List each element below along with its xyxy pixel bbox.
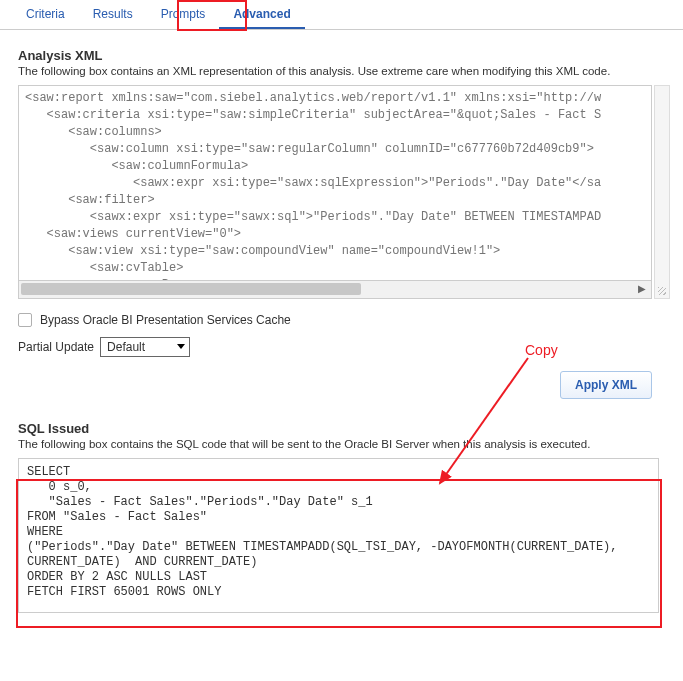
resize-grip[interactable] <box>654 85 670 299</box>
partial-update-label: Partial Update <box>18 340 94 354</box>
analysis-xml-textarea[interactable]: <saw:report xmlns:saw="com.siebel.analyt… <box>18 85 652 281</box>
partial-update-select[interactable]: Default <box>100 337 190 357</box>
sql-issued-desc: The following box contains the SQL code … <box>18 438 665 450</box>
scroll-right-icon[interactable]: ▶ <box>635 282 649 296</box>
tab-prompts[interactable]: Prompts <box>147 0 220 29</box>
annotation-copy-label: Copy <box>525 342 558 358</box>
analysis-xml-title: Analysis XML <box>18 48 665 63</box>
chevron-down-icon <box>177 344 185 349</box>
bypass-cache-checkbox[interactable] <box>18 313 32 327</box>
apply-xml-button[interactable]: Apply XML <box>560 371 652 399</box>
tab-advanced[interactable]: Advanced <box>219 0 304 29</box>
bypass-cache-label: Bypass Oracle BI Presentation Services C… <box>40 313 291 327</box>
sql-issued-title: SQL Issued <box>18 421 665 436</box>
sql-issued-textarea[interactable]: SELECT 0 s_0, "Sales - Fact Sales"."Peri… <box>18 458 659 613</box>
partial-update-value: Default <box>107 340 145 354</box>
tab-criteria[interactable]: Criteria <box>12 0 79 29</box>
tab-results[interactable]: Results <box>79 0 147 29</box>
tab-bar: Criteria Results Prompts Advanced <box>0 0 683 30</box>
analysis-xml-desc: The following box contains an XML repres… <box>18 65 665 77</box>
scrollbar-thumb[interactable] <box>21 283 361 295</box>
xml-horizontal-scrollbar[interactable]: ▶ <box>18 281 652 299</box>
